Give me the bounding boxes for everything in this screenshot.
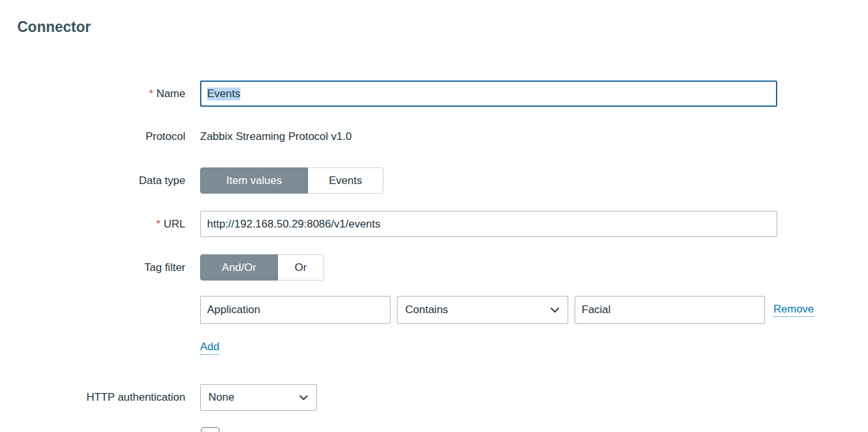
tag-value-input[interactable] [575, 296, 765, 324]
tag-condition-row: Contains Remove [0, 296, 814, 324]
protocol-row: Protocol Zabbix Streaming Protocol v1.0 [0, 125, 352, 148]
tag-operator-value: Contains [405, 304, 448, 316]
partial-checkbox[interactable] [201, 427, 220, 432]
tag-name-input[interactable] [200, 296, 391, 324]
tag-filter-toggle: And/Or Or [200, 254, 324, 281]
required-asterisk: * [149, 88, 153, 100]
add-tag-link[interactable]: Add [200, 341, 219, 355]
required-asterisk: * [156, 218, 160, 230]
remove-tag-link[interactable]: Remove [773, 303, 814, 317]
url-row: *URL [0, 211, 777, 237]
data-type-option-item-values[interactable]: Item values [200, 167, 308, 194]
connector-form-page: Connector *Name Events Protocol Zabbix S… [0, 0, 868, 432]
name-input[interactable]: Events [200, 81, 777, 107]
data-type-label: Data type [0, 174, 185, 187]
chevron-down-icon [550, 307, 560, 313]
protocol-label: Protocol [0, 130, 185, 143]
http-auth-label: HTTP authentication [0, 391, 185, 404]
tag-filter-row: Tag filter And/Or Or [0, 254, 324, 281]
chevron-down-icon [298, 394, 309, 401]
data-type-toggle: Item values Events [200, 167, 384, 194]
protocol-value: Zabbix Streaming Protocol v1.0 [200, 130, 352, 143]
data-type-option-events[interactable]: Events [308, 167, 384, 194]
http-auth-row: HTTP authentication None [0, 384, 317, 411]
http-auth-value: None [208, 391, 235, 404]
http-auth-select[interactable]: None [200, 384, 317, 411]
name-input-selected-text: Events [207, 88, 240, 100]
url-label: *URL [0, 218, 185, 231]
name-label: *Name [0, 88, 185, 100]
data-type-row: Data type Item values Events [0, 167, 384, 194]
tag-filter-option-or[interactable]: Or [278, 254, 324, 281]
tag-filter-option-andor[interactable]: And/Or [200, 254, 278, 281]
add-row: Add [0, 339, 219, 356]
name-row: *Name Events [0, 81, 777, 107]
url-input[interactable] [200, 211, 777, 237]
tag-operator-select[interactable]: Contains [397, 296, 568, 324]
page-title: Connector [17, 19, 91, 36]
tag-filter-label: Tag filter [0, 261, 185, 274]
